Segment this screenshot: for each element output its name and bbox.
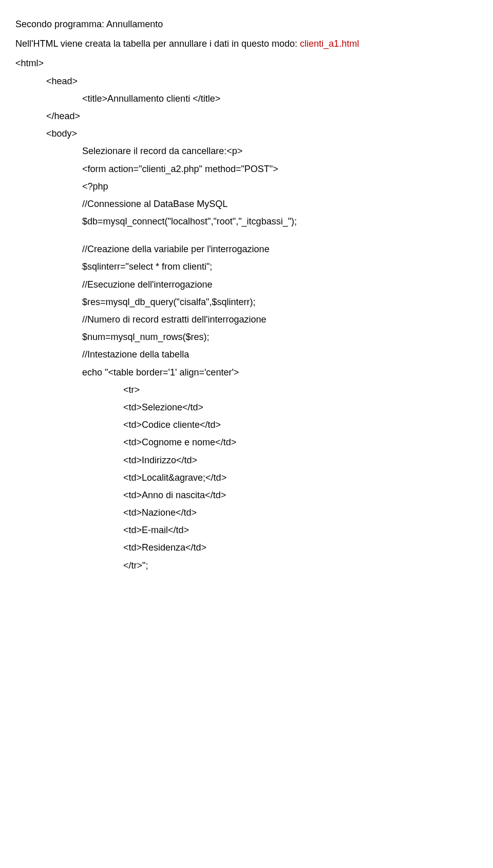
code-line: <td>E-mail</td>	[123, 521, 478, 539]
code-line: //Connessione al DataBase MySQL	[82, 195, 478, 213]
code-line: <td>Cognome e nome</td>	[123, 433, 478, 451]
code-line: //Creazione della variabile per l'interr…	[82, 240, 478, 258]
section-heading: Secondo programma: Annullamento	[15, 15, 478, 33]
code-line: <?php	[82, 178, 478, 195]
code-line: <td>Localit&agrave;</td>	[123, 469, 478, 486]
code-line: <td>Residenza</td>	[123, 539, 478, 556]
code-line: echo "<table border='1' align='center'>	[82, 364, 478, 381]
code-line: $sqlinterr="select * from clienti";	[82, 258, 478, 275]
code-line: $num=mysql_num_rows($res);	[82, 328, 478, 346]
code-line: <body>	[46, 125, 478, 142]
code-line	[15, 230, 478, 240]
code-line: <title>Annullamento clienti </title>	[82, 90, 478, 107]
code-line: <head>	[46, 72, 478, 90]
code-line: </tr>";	[123, 557, 478, 574]
code-line: $db=mysql_connect("localhost","root","_i…	[82, 213, 478, 230]
code-line: <html>	[15, 54, 478, 72]
code-line: //Intestazione della tabella	[82, 346, 478, 363]
intro-filename: clienti_a1.html	[300, 39, 359, 49]
code-line: $res=mysql_db_query("cisalfa",$sqlinterr…	[82, 293, 478, 311]
code-block: <html><head><title>Annullamento clienti …	[15, 54, 478, 574]
intro-text: Nell'HTML viene creata la tabella per an…	[15, 39, 300, 49]
code-line: <td>Nazione</td>	[123, 504, 478, 521]
code-line: <form action="clienti_a2.php" method="PO…	[82, 160, 478, 178]
intro-paragraph: Nell'HTML viene creata la tabella per an…	[15, 35, 478, 52]
code-line: Selezionare il record da cancellare:<p>	[82, 142, 478, 160]
code-line: <td>Indirizzo</td>	[123, 451, 478, 469]
code-line: <td>Anno di nascita</td>	[123, 486, 478, 504]
code-line: <td>Codice cliente</td>	[123, 416, 478, 433]
code-line: <tr>	[123, 381, 478, 399]
code-line: //Numero di record estratti dell'interro…	[82, 311, 478, 328]
code-line: </head>	[46, 107, 478, 125]
code-line: //Esecuzione dell'interrogazione	[82, 276, 478, 293]
code-line: <td>Selezione</td>	[123, 399, 478, 416]
